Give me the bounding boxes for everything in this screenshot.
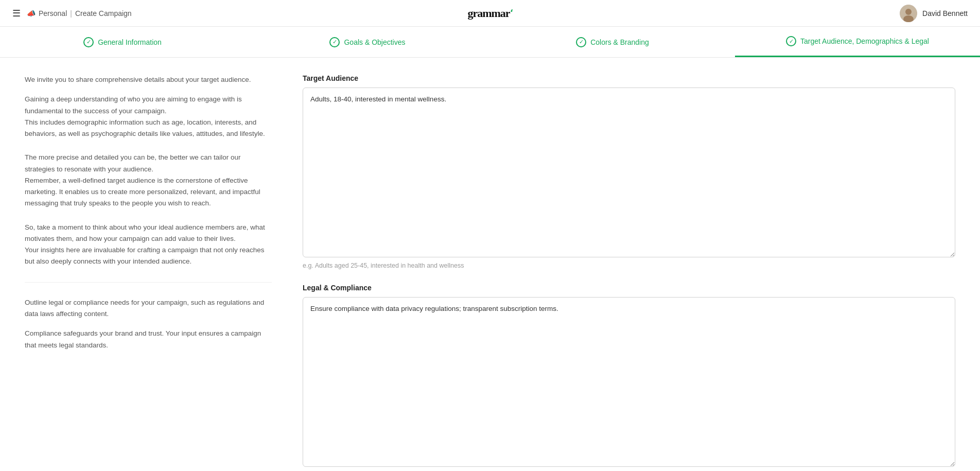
legal-p1: Compliance safeguards your brand and tru…	[25, 328, 272, 351]
check-icon-target: ✓	[786, 36, 796, 46]
step-label-general: General Information	[98, 38, 162, 46]
target-audience-intro: We invite you to share comprehensive det…	[25, 74, 272, 85]
legal-compliance-label: Legal & Compliance	[303, 284, 955, 292]
svg-point-1	[905, 9, 912, 15]
target-audience-hint: e.g. Adults aged 25-45, interested in he…	[303, 262, 955, 269]
step-label-target: Target Audience, Demographics & Legal	[800, 37, 929, 45]
target-audience-p2: The more precise and detailed you can be…	[25, 152, 272, 209]
section-divider	[25, 282, 272, 283]
brand-area: 📣 Personal | Create Campaign	[27, 9, 132, 18]
main-content: We invite you to share comprehensive det…	[0, 58, 980, 471]
avatar	[900, 5, 917, 22]
header-right: David Bennett	[900, 5, 968, 22]
step-label-colors: Colors & Branding	[590, 38, 649, 46]
check-icon-colors: ✓	[576, 37, 586, 47]
user-name: David Bennett	[922, 9, 968, 18]
header-left: ☰ 📣 Personal | Create Campaign	[12, 8, 132, 19]
legal-compliance-textarea[interactable]	[303, 297, 955, 467]
logo: grammarʻ	[467, 7, 512, 20]
step-general-info[interactable]: ✓ General Information	[0, 27, 245, 57]
right-panel: Target Audience e.g. Adults aged 25-45, …	[292, 74, 955, 468]
check-icon-goals: ✓	[329, 37, 340, 47]
step-goals-objectives[interactable]: ✓ Goals & Objectives	[245, 27, 490, 57]
header: ☰ 📣 Personal | Create Campaign grammarʻ …	[0, 0, 980, 27]
legal-intro: Outline legal or compliance needs for yo…	[25, 297, 272, 320]
check-icon-general: ✓	[83, 37, 94, 47]
create-campaign-breadcrumb: Create Campaign	[75, 9, 132, 18]
logo-text: grammar	[467, 7, 510, 20]
brand-name: Personal	[39, 9, 67, 18]
step-target-audience[interactable]: ✓ Target Audience, Demographics & Legal	[735, 27, 980, 57]
target-audience-p3: So, take a moment to think about who you…	[25, 222, 272, 268]
target-audience-p1: Gaining a deep understanding of who you …	[25, 94, 272, 139]
brand-separator: |	[70, 9, 72, 18]
target-audience-textarea[interactable]	[303, 88, 955, 257]
logo-mark: ʻ	[510, 8, 513, 19]
megaphone-icon: 📣	[27, 9, 36, 18]
step-label-goals: Goals & Objectives	[344, 38, 405, 46]
left-panel: We invite you to share comprehensive det…	[25, 74, 292, 468]
hamburger-icon[interactable]: ☰	[12, 8, 21, 19]
step-colors-branding[interactable]: ✓ Colors & Branding	[490, 27, 735, 57]
target-audience-label: Target Audience	[303, 74, 955, 82]
steps-nav: ✓ General Information ✓ Goals & Objectiv…	[0, 27, 980, 58]
